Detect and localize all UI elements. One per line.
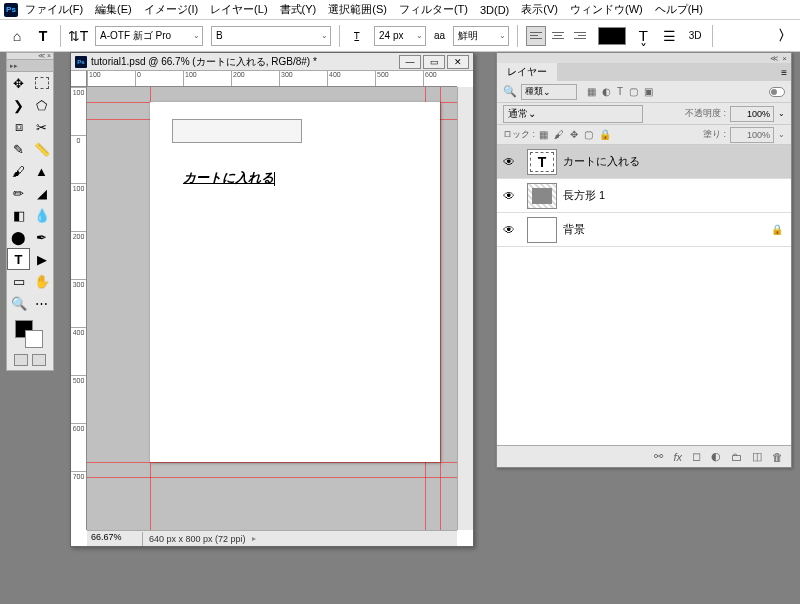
layer-thumbnail[interactable] [527, 183, 557, 209]
menu-window[interactable]: ウィンドウ(W) [565, 0, 648, 19]
lock-all-icon[interactable]: 🔒 [599, 129, 611, 140]
eraser-tool[interactable]: ◢ [30, 182, 53, 204]
layer-name[interactable]: 長方形 1 [563, 188, 791, 203]
layer-mask-icon[interactable]: ◻ [692, 450, 701, 463]
guide[interactable] [440, 87, 441, 530]
blend-mode-dropdown[interactable]: 通常⌄ [503, 105, 643, 123]
layer-row[interactable]: 👁 長方形 1 [497, 179, 791, 213]
menu-3d[interactable]: 3D(D) [475, 2, 514, 18]
stamp-tool[interactable]: ▲ [30, 160, 53, 182]
visibility-toggle[interactable]: 👁 [497, 155, 521, 169]
filter-smart-icon[interactable]: ▣ [644, 86, 653, 97]
lock-transparent-icon[interactable]: ▦ [539, 129, 548, 140]
zoom-input[interactable]: 66.67% [87, 532, 143, 546]
align-right-button[interactable] [570, 26, 590, 46]
3d-icon[interactable]: 3D [686, 27, 704, 45]
ruler-origin[interactable] [71, 71, 87, 87]
type-tool[interactable]: T [7, 248, 30, 270]
adjustment-layer-icon[interactable]: ◐ [711, 450, 721, 463]
layer-row[interactable]: 👁 背景 🔒 [497, 213, 791, 247]
hand-tool[interactable]: ✋ [30, 270, 53, 292]
text-layer-content[interactable]: カートに入れる [183, 169, 275, 187]
move-tool[interactable]: ✥ [7, 72, 30, 94]
layer-thumbnail[interactable] [527, 217, 557, 243]
vertical-ruler[interactable]: 1000100200300400500600700 [71, 87, 87, 530]
blur-tool[interactable]: 💧 [30, 204, 53, 226]
layers-tab[interactable]: レイヤー [497, 63, 557, 82]
lock-position-icon[interactable]: ✥ [570, 129, 578, 140]
edit-toolbar[interactable]: ⋯ [30, 292, 53, 314]
pencil-tool[interactable]: ✏ [7, 182, 30, 204]
layer-row[interactable]: 👁 T カートに入れる [497, 145, 791, 179]
brush-tool[interactable]: 🖌 [7, 160, 30, 182]
delete-layer-icon[interactable]: 🗑 [772, 451, 783, 463]
document-status[interactable]: 640 px x 800 px (72 ppi) [143, 534, 252, 544]
guide[interactable] [87, 477, 457, 478]
ruler-tool[interactable]: 📏 [30, 138, 53, 160]
horizontal-ruler[interactable]: 1000100200300400500600 [87, 71, 457, 87]
slice-tool[interactable]: ✂ [30, 116, 53, 138]
background-color[interactable] [25, 330, 43, 348]
lock-artboard-icon[interactable]: ▢ [584, 129, 593, 140]
color-picker[interactable] [7, 318, 53, 350]
character-panel-icon[interactable]: ☰ [660, 27, 678, 45]
menu-type[interactable]: 書式(Y) [275, 0, 322, 19]
filter-kind-dropdown[interactable]: 種類⌄ [521, 84, 577, 100]
canvas[interactable] [150, 102, 440, 462]
menu-help[interactable]: ヘルプ(H) [650, 0, 708, 19]
menu-filter[interactable]: フィルター(T) [394, 0, 473, 19]
link-layers-icon[interactable]: ⚯ [654, 450, 663, 463]
crop-tool[interactable]: ⧈ [7, 116, 30, 138]
document-titlebar[interactable]: Ps tutorial1.psd @ 66.7% (カートに入れる, RGB/8… [71, 53, 473, 71]
filter-toggle[interactable] [769, 87, 785, 97]
antialias-dropdown[interactable]: 鮮明⌄ [453, 26, 509, 46]
font-size-dropdown[interactable]: 24 px⌄ [374, 26, 426, 46]
group-icon[interactable]: 🗀 [731, 451, 742, 463]
path-select-tool[interactable]: ▶ [30, 248, 53, 270]
filter-shape-icon[interactable]: ▢ [629, 86, 638, 97]
maximize-button[interactable]: ▭ [423, 55, 445, 69]
align-left-button[interactable] [526, 26, 546, 46]
text-layer-box[interactable] [172, 119, 302, 143]
zoom-tool[interactable]: 🔍 [7, 292, 30, 314]
eyedropper-tool[interactable]: ✎ [7, 138, 30, 160]
lasso-tool[interactable]: ❯ [7, 94, 30, 116]
layer-name[interactable]: カートに入れる [563, 154, 791, 169]
visibility-toggle[interactable]: 👁 [497, 223, 521, 237]
font-family-dropdown[interactable]: A-OTF 新ゴ Pro⌄ [95, 26, 203, 46]
lock-pixels-icon[interactable]: 🖌 [554, 129, 564, 140]
text-color-swatch[interactable] [598, 27, 626, 45]
layer-effects-icon[interactable]: fx [673, 451, 682, 463]
new-layer-icon[interactable]: ◫ [752, 450, 762, 463]
align-center-button[interactable] [548, 26, 568, 46]
marquee-tool[interactable] [35, 77, 49, 89]
layer-thumbnail[interactable]: T [527, 149, 557, 175]
layer-name[interactable]: 背景 [563, 222, 771, 237]
guide[interactable] [87, 462, 457, 463]
font-weight-dropdown[interactable]: B⌄ [211, 26, 331, 46]
fill-input[interactable]: 100% [730, 127, 774, 143]
search-icon[interactable]: 🔍 [503, 85, 517, 98]
close-icon[interactable]: × [782, 54, 787, 63]
panel-menu-icon[interactable]: ≡ [781, 67, 787, 78]
filter-type-icon[interactable]: T [617, 86, 623, 97]
opacity-input[interactable]: 100% [730, 106, 774, 122]
menu-edit[interactable]: 編集(E) [90, 0, 137, 19]
gradient-tool[interactable]: ◧ [7, 204, 30, 226]
menu-file[interactable]: ファイル(F) [20, 0, 88, 19]
text-orientation-icon[interactable]: ⇅T [69, 27, 87, 45]
tool-preset-icon[interactable]: T [34, 27, 52, 45]
vertical-scrollbar[interactable] [457, 87, 473, 530]
menu-layer[interactable]: レイヤー(L) [205, 0, 272, 19]
pen-tool[interactable]: ✒ [30, 226, 53, 248]
rectangle-tool[interactable]: ▭ [7, 270, 30, 292]
filter-adjust-icon[interactable]: ◐ [602, 86, 611, 97]
overflow-icon[interactable]: 〉 [778, 27, 792, 45]
standard-mode-button[interactable] [14, 354, 28, 366]
minimize-button[interactable]: — [399, 55, 421, 69]
close-button[interactable]: ✕ [447, 55, 469, 69]
visibility-toggle[interactable]: 👁 [497, 189, 521, 203]
dodge-tool[interactable]: ⬤ [7, 226, 30, 248]
menu-view[interactable]: 表示(V) [516, 0, 563, 19]
warp-text-icon[interactable]: T̬ [634, 27, 652, 45]
